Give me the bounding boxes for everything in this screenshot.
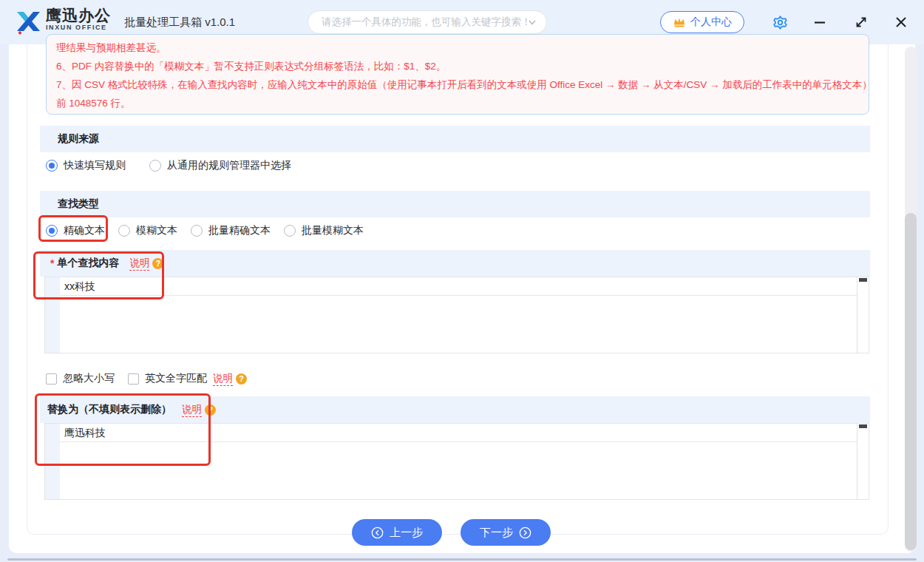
app-logo-icon <box>13 7 43 37</box>
radio-label: 快速填写规则 <box>64 159 126 172</box>
alert-line: 理结果与预期相差甚远。 <box>56 38 869 57</box>
brand-name-cn: 鹰迅办公 <box>46 7 111 24</box>
restore-button[interactable] <box>852 13 871 32</box>
minimize-icon <box>813 16 826 29</box>
single-find-value[interactable]: xx科技 <box>60 278 857 296</box>
main-scrollbar-thumb[interactable] <box>905 213 917 550</box>
settings-button[interactable] <box>770 13 789 32</box>
radio-fuzzy-text[interactable]: 模糊文本 <box>118 224 177 237</box>
search-placeholder: 请选择一个具体的功能，也可输入关键字搜索！ <box>322 16 527 29</box>
radio-label: 批量模糊文本 <box>302 224 364 237</box>
match-options-row: 忽略大小写 英文全字匹配 说明 ? <box>40 365 247 392</box>
circle-left-arrow-icon <box>371 527 384 539</box>
editor-gutter <box>45 424 60 499</box>
checkbox-label: 忽略大小写 <box>63 372 115 385</box>
close-icon <box>894 16 908 29</box>
app-title: 批量处理工具箱 v1.0.1 <box>124 16 235 30</box>
section-header-find-type: 查找类型 <box>40 191 870 217</box>
editor-scrollbar-track[interactable] <box>857 277 869 353</box>
replace-editor[interactable]: 鹰迅科技 <box>44 423 869 500</box>
alert-line: 7、因 CSV 格式比较特殊，在输入查找内容时，应输入纯文本中的原始值（使用记事… <box>56 75 869 94</box>
help-question-icon[interactable]: ? <box>205 404 216 416</box>
radio-label: 精确文本 <box>64 224 105 237</box>
help-question-icon[interactable]: ? <box>152 258 163 269</box>
checkbox-icon[interactable] <box>128 373 139 385</box>
checkbox-icon[interactable] <box>46 373 57 385</box>
radio-icon[interactable] <box>46 160 58 172</box>
section-title: 单个查找内容 <box>57 257 119 270</box>
editor-gutter <box>45 277 60 353</box>
radio-label: 批量精确文本 <box>208 224 271 237</box>
user-center-button[interactable]: 个人中心 <box>660 11 744 33</box>
rule-source-options: 快速填写规则 从通用的规则管理器中选择 <box>40 152 305 179</box>
brand-name-en: INXUN OFFICE <box>46 24 111 31</box>
function-search-input[interactable]: 请选择一个具体的功能，也可输入关键字搜索！ <box>308 10 547 34</box>
radio-from-rule-manager[interactable]: 从通用的规则管理器中选择 <box>149 159 291 172</box>
chevron-down-icon[interactable] <box>527 17 537 27</box>
help-link[interactable]: 说明 <box>213 372 233 386</box>
radio-batch-exact-text[interactable]: 批量精确文本 <box>191 224 271 237</box>
section-header-rule-source: 规则来源 <box>40 126 870 152</box>
section-title: 规则来源 <box>58 132 99 146</box>
circle-right-arrow-icon <box>519 527 531 539</box>
radio-quick-fill-rule[interactable]: 快速填写规则 <box>46 159 126 172</box>
editor-scrollbar-track[interactable] <box>857 424 869 499</box>
prev-step-button[interactable]: 上一步 <box>352 519 442 546</box>
close-button[interactable] <box>891 13 911 32</box>
editor-scrollbar-thumb[interactable] <box>859 278 867 282</box>
section-title: 替换为（不填则表示删除） <box>47 403 171 416</box>
checkbox-whole-word[interactable]: 英文全字匹配 <box>128 372 207 385</box>
alert-line: 6、PDF 内容替换中的「模糊文本」暂不支持正则表达式分组标签语法，比如：$1、… <box>56 57 869 75</box>
radio-icon[interactable] <box>284 225 296 237</box>
find-type-options: 精确文本 模糊文本 批量精确文本 批量模糊文本 <box>40 217 377 244</box>
next-step-label: 下一步 <box>480 526 513 540</box>
help-question-icon[interactable]: ? <box>236 373 247 385</box>
required-mark: * <box>50 257 54 269</box>
restore-icon <box>855 16 868 29</box>
radio-exact-text[interactable]: 精确文本 <box>46 224 105 237</box>
radio-icon[interactable] <box>118 225 130 237</box>
window-bottom-edge <box>7 558 917 561</box>
section-header-replace: 替换为（不填则表示删除） 说明 ? <box>40 396 870 423</box>
single-find-editor[interactable]: xx科技 <box>44 277 869 353</box>
radio-icon[interactable] <box>46 225 58 237</box>
gear-icon <box>772 15 788 30</box>
prev-step-label: 上一步 <box>390 526 423 540</box>
user-center-label: 个人中心 <box>690 16 732 29</box>
radio-label: 模糊文本 <box>136 224 177 237</box>
help-link[interactable]: 说明 <box>129 257 149 271</box>
help-link[interactable]: 说明 <box>182 403 202 417</box>
checkbox-ignore-case[interactable]: 忽略大小写 <box>46 372 115 385</box>
replace-value[interactable]: 鹰迅科技 <box>60 424 857 442</box>
brand-block: 鹰迅办公 INXUN OFFICE <box>46 7 111 31</box>
editor-scrollbar-thumb[interactable] <box>859 424 867 428</box>
section-header-single-find: * 单个查找内容 说明 ? <box>40 250 870 277</box>
alert-line: 前 1048576 行。 <box>56 94 869 112</box>
crown-icon <box>673 16 686 28</box>
radio-icon[interactable] <box>149 160 161 172</box>
minimize-button[interactable] <box>810 13 829 32</box>
radio-batch-fuzzy-text[interactable]: 批量模糊文本 <box>284 224 364 237</box>
section-title: 查找类型 <box>58 197 99 211</box>
radio-icon[interactable] <box>191 225 203 237</box>
radio-label: 从通用的规则管理器中选择 <box>167 159 291 172</box>
next-step-button[interactable]: 下一步 <box>461 519 551 546</box>
notice-alert: 理结果与预期相差甚远。 6、PDF 内容替换中的「模糊文本」暂不支持正则表达式分… <box>46 34 869 115</box>
checkbox-label: 英文全字匹配 <box>145 372 207 385</box>
